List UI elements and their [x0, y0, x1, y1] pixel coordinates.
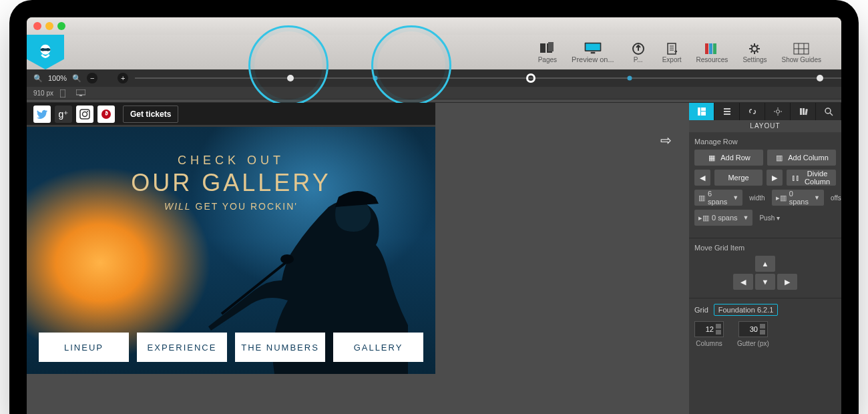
traffic-light-zoom[interactable] [57, 22, 65, 30]
traffic-light-close[interactable] [33, 22, 41, 30]
zoom-value: 100% [48, 74, 67, 82]
move-left-button[interactable]: ◀ [733, 274, 753, 290]
inspector-title: LAYOUT [689, 120, 841, 132]
grid-label: Grid [694, 306, 708, 314]
move-grid-label: Move Grid Item [694, 244, 836, 252]
stack-icon [722, 107, 732, 116]
merge-button[interactable]: Merge [714, 170, 763, 186]
add-row-button[interactable]: ▦Add Row [694, 150, 763, 166]
svg-rect-22 [79, 95, 82, 96]
gutter-input[interactable]: 30 [738, 321, 768, 337]
design-canvas[interactable]: g⁺ Get tickets CHECK OUT OUR GALLERY WIL… [27, 103, 435, 414]
add-column-icon: ▥ [775, 153, 784, 162]
svg-rect-14 [713, 43, 716, 54]
twitter-icon[interactable] [33, 106, 51, 123]
toolbar-resources[interactable]: Resources [696, 41, 728, 63]
breakpoint-track[interactable] [135, 69, 841, 87]
toolbar-show-guides-label: Show Guides [782, 56, 821, 63]
svg-point-15 [752, 46, 757, 51]
breakpoint-handle-1[interactable] [287, 75, 294, 81]
divide-icon: ⫿⫿ [792, 173, 800, 182]
svg-rect-4 [540, 43, 546, 53]
hero-tab-lineup[interactable]: LINEUP [39, 333, 129, 362]
breakpoint-handle-active[interactable] [526, 73, 535, 83]
svg-rect-9 [591, 52, 596, 53]
toolbar-publish[interactable]: P... [629, 41, 648, 63]
toolbar-resources-label: Resources [696, 56, 728, 63]
canvas-width-px: 910 px [33, 89, 53, 97]
offset-label: offset [828, 194, 841, 202]
breakpoint-handle-3[interactable] [627, 76, 632, 81]
app-logo[interactable] [27, 35, 64, 69]
move-right-button[interactable]: ▶ [777, 274, 797, 290]
merge-left-button[interactable]: ◀ [694, 170, 710, 186]
merge-right-button[interactable]: ▶ [767, 170, 783, 186]
inspector-tab-settings[interactable] [765, 103, 791, 120]
guides-icon [792, 41, 811, 56]
move-up-button[interactable]: ▲ [755, 256, 775, 272]
move-down-button[interactable]: ▼ [755, 274, 775, 290]
pinterest-icon[interactable] [97, 106, 115, 123]
svg-rect-33 [724, 111, 730, 112]
canvas-empty-area: ⇨ [435, 103, 689, 414]
inspector-tab-search[interactable] [816, 103, 841, 120]
hero-tab-numbers[interactable]: THE NUMBERS [235, 333, 325, 362]
add-column-button[interactable]: ▥Add Column [767, 150, 836, 166]
toolbar-settings-label: Settings [742, 56, 767, 63]
zoom-in-icon[interactable]: 🔍 [72, 74, 81, 83]
inspector-tab-link[interactable] [740, 103, 765, 120]
svg-point-39 [825, 108, 831, 114]
breakpoint-handle-2[interactable] [373, 76, 377, 81]
columns-label: Columns [696, 340, 722, 347]
inspector-tab-layout[interactable] [689, 103, 714, 120]
get-tickets-button[interactable]: Get tickets [123, 106, 178, 123]
resize-arrow-icon[interactable]: ⇨ [660, 132, 672, 148]
gutter-label: Gutter (px) [737, 340, 769, 347]
device-desktop-icon[interactable] [76, 89, 85, 96]
divide-column-button[interactable]: ⫿⫿Divide Column [787, 170, 836, 186]
toolbar-preview-label: Preview on... [572, 55, 614, 63]
hero-tab-experience[interactable]: EXPERIENCE [137, 333, 227, 362]
offset-spans-dropdown[interactable]: ▸▥0 spans▼ [772, 190, 824, 206]
gear-small-icon [773, 107, 783, 116]
toolbar-show-guides[interactable]: Show Guides [782, 41, 821, 63]
layout-icon [697, 107, 706, 116]
inspector-tab-stack[interactable] [714, 103, 740, 120]
toolbar-pages-label: Pages [538, 56, 557, 63]
svg-point-2 [41, 48, 45, 51]
instagram-icon[interactable] [76, 106, 93, 123]
toolbar-pages[interactable]: Pages [538, 41, 557, 63]
svg-point-25 [87, 111, 88, 112]
svg-rect-30 [701, 108, 706, 111]
site-header: g⁺ Get tickets [27, 103, 435, 127]
hero-section[interactable]: CHECK OUT OUR GALLERY WILL GET YOU ROCKI… [27, 127, 435, 374]
toolbar-export[interactable]: Export [662, 41, 682, 63]
mascot-icon [35, 42, 55, 62]
grid-framework-dropdown[interactable]: Foundation 6.2.1 [714, 304, 779, 316]
device-phone-icon[interactable] [60, 89, 69, 96]
upload-icon [629, 41, 648, 56]
google-plus-icon[interactable]: g⁺ [55, 106, 72, 123]
hero-tab-gallery[interactable]: GALLERY [333, 333, 423, 362]
link-icon [748, 107, 757, 116]
svg-rect-20 [60, 89, 65, 97]
svg-rect-38 [805, 109, 808, 115]
svg-rect-36 [800, 108, 802, 115]
add-row-icon: ▦ [707, 153, 716, 162]
zoom-out-icon[interactable]: 🔍 [33, 74, 43, 83]
traffic-light-minimize[interactable] [45, 22, 53, 30]
inspector-tab-library[interactable] [791, 103, 816, 120]
svg-line-40 [830, 113, 833, 116]
columns-input[interactable]: 12 [694, 321, 724, 337]
toolbar-preview[interactable]: Preview on... [572, 41, 614, 63]
zoom-minus-button[interactable]: − [87, 73, 97, 83]
breakpoint-handle-4[interactable] [817, 75, 823, 81]
toolbar-publish-label: P... [634, 56, 643, 63]
push-spans-dropdown[interactable]: ▸▥0 spans▼ [694, 210, 752, 226]
zoom-plus-button[interactable]: + [118, 73, 128, 83]
svg-rect-21 [76, 89, 85, 95]
toolbar-settings[interactable]: Settings [742, 41, 767, 63]
svg-rect-6 [548, 42, 554, 51]
svg-point-3 [46, 48, 49, 51]
width-spans-dropdown[interactable]: ▥6 spans▼ [694, 190, 742, 206]
